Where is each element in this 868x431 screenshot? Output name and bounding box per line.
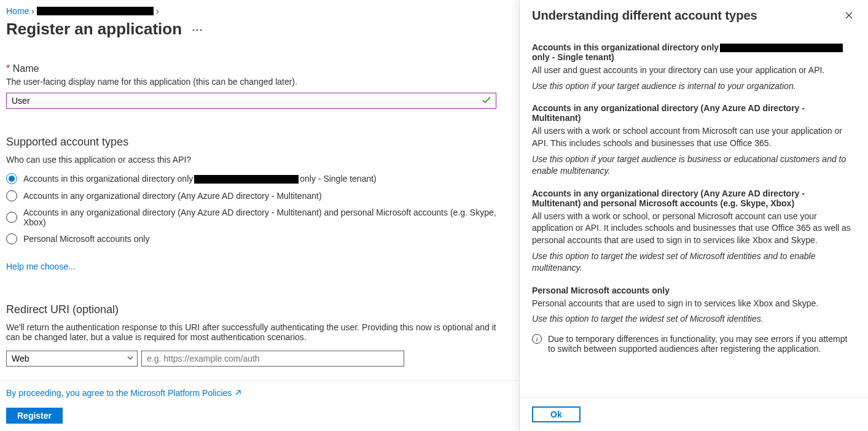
name-label: * Name: [6, 63, 513, 74]
help-panel: Understanding different account types Ac…: [519, 0, 868, 431]
register-button[interactable]: Register: [6, 408, 63, 424]
chevron-right-icon: ›: [31, 6, 34, 16]
panel-section-guidance: Use this option if your target audience …: [532, 80, 856, 93]
breadcrumb-home[interactable]: Home: [6, 6, 29, 16]
account-types-heading: Supported account types: [6, 136, 513, 149]
radio-personal-only[interactable]: Personal Microsoft accounts only: [6, 233, 513, 244]
panel-section-body: Personal accounts that are used to sign …: [532, 298, 856, 310]
check-icon: [482, 95, 491, 107]
account-types-question: Who can use this application or access t…: [6, 155, 513, 165]
redirect-uri-input[interactable]: [141, 351, 404, 367]
radio-single-tenant[interactable]: Accounts in this organizational director…: [6, 173, 513, 184]
info-icon: i: [532, 334, 542, 344]
breadcrumb-redacted: [37, 7, 154, 15]
breadcrumb: Home › ›: [6, 6, 513, 16]
panel-info-note: i Due to temporary differences in functi…: [532, 334, 856, 354]
panel-section-guidance: Use this option to target the widest set…: [532, 250, 856, 274]
panel-section-heading: Accounts in any organizational directory…: [532, 188, 856, 208]
platform-select[interactable]: [6, 351, 138, 367]
redacted-text: [720, 44, 843, 52]
policy-link[interactable]: By proceeding, you agree to the Microsof…: [6, 388, 241, 398]
chevron-right-icon: ›: [156, 6, 159, 16]
footer: By proceeding, you agree to the Microsof…: [0, 380, 519, 431]
radio-multitenant[interactable]: Accounts in any organizational directory…: [6, 190, 513, 201]
redirect-description: We'll return the authentication response…: [6, 322, 498, 342]
name-input[interactable]: [6, 93, 496, 109]
panel-section-guidance: Use this option to target the widest set…: [532, 313, 856, 325]
redirect-heading: Redirect URI (optional): [6, 303, 513, 316]
panel-section-body: All users with a work or school account …: [532, 125, 856, 149]
help-me-choose-link[interactable]: Help me choose...: [6, 262, 76, 271]
radio-multitenant-personal[interactable]: Accounts in any organizational directory…: [6, 208, 513, 227]
external-link-icon: [234, 389, 241, 397]
page-title: Register an application ⋯: [6, 20, 513, 39]
radio-icon: [6, 190, 17, 201]
panel-section-body: All users with a work or school, or pers…: [532, 211, 856, 247]
redacted-text: [194, 175, 299, 184]
radio-icon: [6, 233, 17, 244]
radio-icon: [6, 173, 17, 184]
panel-section-guidance: Use this option if your target audience …: [532, 153, 856, 177]
panel-title: Understanding different account types: [532, 9, 757, 23]
panel-section-heading: Accounts in any organizational directory…: [532, 103, 856, 123]
panel-section-heading: Accounts in this organizational director…: [532, 42, 856, 62]
name-hint: The user-facing display name for this ap…: [6, 77, 513, 87]
close-icon: [845, 11, 853, 20]
panel-section-heading: Personal Microsoft accounts only: [532, 285, 856, 295]
more-icon[interactable]: ⋯: [192, 23, 203, 36]
radio-icon: [6, 212, 17, 223]
ok-button[interactable]: Ok: [532, 406, 581, 422]
close-button[interactable]: [842, 9, 856, 24]
panel-section-body: All user and guest accounts in your dire…: [532, 64, 856, 77]
